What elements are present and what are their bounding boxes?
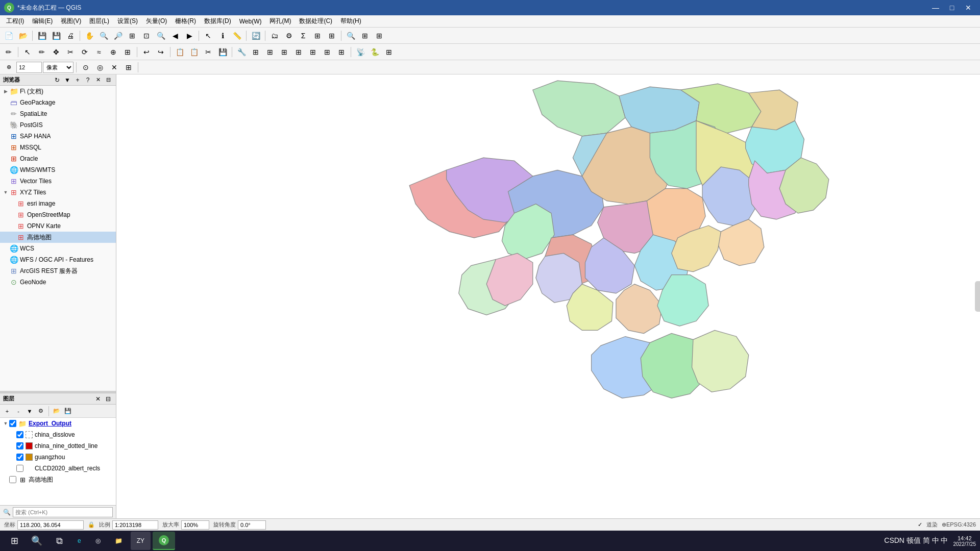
- python-button[interactable]: 🐍: [368, 45, 381, 59]
- map-area[interactable]: [116, 74, 980, 518]
- browser-item-vector-tiles[interactable]: ⊞Vector Tiles: [0, 176, 116, 187]
- layer-item-export-output[interactable]: ▼📁Export_Output: [0, 418, 116, 429]
- start-button[interactable]: ⊞: [4, 532, 24, 550]
- browser-detach-button[interactable]: ⊟: [104, 76, 113, 85]
- menu-item-v[interactable]: 视图(V): [57, 16, 85, 27]
- snap1-button[interactable]: ⊕: [2, 61, 15, 74]
- new-project-button[interactable]: 📄: [2, 29, 15, 42]
- menu-item-l[interactable]: 图层(L): [85, 16, 113, 27]
- canvas-button[interactable]: ⊞: [358, 29, 372, 42]
- plugin6-button[interactable]: ⊞: [306, 45, 320, 59]
- menu-item-m[interactable]: 网孔(M): [265, 16, 295, 27]
- menu-item-o[interactable]: 矢量(O): [142, 16, 171, 27]
- browser-item-oracle[interactable]: ⊞Oracle: [0, 153, 116, 164]
- filter-layer-button[interactable]: ▼: [24, 406, 35, 416]
- browser-item-wms[interactable]: 🌐WMS/WMTS: [0, 164, 116, 176]
- locator-button[interactable]: 🔍: [344, 29, 357, 42]
- snap-tool-button[interactable]: ⊙: [79, 61, 92, 74]
- plugin1-button[interactable]: 🔧: [235, 45, 248, 59]
- plugin5-button[interactable]: ⊞: [292, 45, 305, 59]
- menu-item-e[interactable]: 编辑(E): [28, 16, 57, 27]
- ie-edge-app[interactable]: e: [71, 532, 87, 550]
- layers-detach-button[interactable]: ⊟: [104, 394, 113, 404]
- layer-checkbox[interactable]: [16, 454, 23, 461]
- qgis-app[interactable]: Q: [153, 532, 175, 550]
- layer-item-clcd2020[interactable]: CLCD2020_albert_recls: [0, 463, 116, 474]
- layer-item-china-nine[interactable]: china_nine_dotted_line: [0, 440, 116, 452]
- open-project-button[interactable]: 📂: [16, 29, 30, 42]
- rotate-button[interactable]: ⟳: [78, 45, 91, 59]
- add-layer-button[interactable]: +: [2, 406, 12, 416]
- close-button[interactable]: ✕: [961, 1, 976, 15]
- print-button[interactable]: 🖨: [64, 29, 77, 42]
- zoom-out-button[interactable]: 🔎: [111, 29, 125, 42]
- browser-close-button[interactable]: ✕: [93, 76, 103, 85]
- attribute-button[interactable]: ⊞: [311, 29, 324, 42]
- browser-item-opnv[interactable]: ⊞OPNV Karte: [0, 220, 116, 232]
- digitize-button[interactable]: ✏: [35, 45, 48, 59]
- browser-item-postgis[interactable]: 🐘PostGIS: [0, 119, 116, 131]
- layer-item-gaode-layer[interactable]: ⊞高德地图: [0, 474, 116, 485]
- cut-button[interactable]: ✂: [202, 45, 215, 59]
- browser-item-f-drive[interactable]: ▶📁F\ (文档): [0, 86, 116, 97]
- browser-item-wfs[interactable]: 🌐WFS / OGC API - Features: [0, 254, 116, 265]
- zoom-last-button[interactable]: ◀: [168, 29, 182, 42]
- browser-tools[interactable]: ↻ ▼ + ? ✕ ⊟: [53, 76, 113, 85]
- snap-select[interactable]: 像素: [43, 62, 74, 73]
- save-layerfile-button[interactable]: 💾: [63, 406, 73, 416]
- minimize-button[interactable]: —: [928, 1, 943, 15]
- snap-cancel-button[interactable]: ✕: [108, 61, 121, 74]
- browser-item-mssql[interactable]: ⊞MSSQL: [0, 142, 116, 153]
- layer-checkbox[interactable]: [16, 442, 23, 449]
- gps-button[interactable]: 📡: [354, 45, 367, 59]
- task-view-button[interactable]: ⧉: [49, 532, 69, 550]
- measure-button[interactable]: 📏: [230, 29, 243, 42]
- magnifier-input[interactable]: [181, 520, 209, 530]
- redo-button[interactable]: ↪: [154, 45, 167, 59]
- layer-options-button[interactable]: ⚙: [36, 406, 46, 416]
- search-button[interactable]: 🔍: [27, 532, 47, 550]
- zoom-layer-button[interactable]: 🔍: [154, 29, 167, 42]
- zoom-in-button[interactable]: 🔍: [97, 29, 110, 42]
- save-button[interactable]: 💾: [35, 29, 48, 42]
- zoom-next-button[interactable]: ▶: [183, 29, 196, 42]
- simplify-button[interactable]: ≈: [92, 45, 106, 59]
- stats-button[interactable]: Σ: [297, 29, 310, 42]
- layer-button[interactable]: 🗂: [268, 29, 281, 42]
- menu-item-h[interactable]: 帮助(H): [336, 16, 365, 27]
- scale-input[interactable]: [112, 520, 158, 530]
- new-view-button[interactable]: ⊞: [373, 29, 386, 42]
- refresh-button[interactable]: 🔄: [249, 29, 262, 42]
- zoom-extent-button[interactable]: ⊞: [126, 29, 139, 42]
- plugin8-button[interactable]: ⊞: [335, 45, 348, 59]
- menu-item-c[interactable]: 数据处理(C): [295, 16, 336, 27]
- save-as-button[interactable]: 💾: [50, 29, 63, 42]
- browser-item-geopackage[interactable]: 🗃GeoPackage: [0, 97, 116, 108]
- fill-ring-button[interactable]: ⊞: [121, 45, 134, 59]
- menu-item-r[interactable]: 栅格(R): [171, 16, 200, 27]
- paste-button[interactable]: 📋: [173, 45, 186, 59]
- layers-tools[interactable]: ✕ ⊟: [93, 394, 113, 404]
- explorer-app[interactable]: 📁: [109, 532, 129, 550]
- clock[interactable]: 14:42 2022/7/25: [953, 535, 976, 547]
- layer-item-guangzhou[interactable]: guangzhou: [0, 452, 116, 463]
- browser-item-geonode[interactable]: ⊙GeoNode: [0, 277, 116, 288]
- undo-button[interactable]: ↩: [140, 45, 153, 59]
- console-button[interactable]: ⊞: [382, 45, 396, 59]
- menu-item-d[interactable]: 数据库(D): [200, 16, 235, 27]
- browser-item-spatialite[interactable]: ✏SpatiaLite: [0, 108, 116, 119]
- snap-more-button[interactable]: ⊞: [122, 61, 135, 74]
- coord-input[interactable]: [17, 520, 84, 530]
- maximize-button[interactable]: □: [944, 1, 960, 15]
- info-button[interactable]: ℹ: [216, 29, 229, 42]
- plugin7-button[interactable]: ⊞: [321, 45, 334, 59]
- layer-checkbox[interactable]: [9, 476, 16, 483]
- browser-help-button[interactable]: ?: [83, 76, 92, 85]
- save-edits-button[interactable]: 💾: [216, 45, 229, 59]
- more-button[interactable]: ⊞: [325, 29, 338, 42]
- menu-item-webw[interactable]: Web(W): [235, 17, 266, 26]
- browser-item-osm[interactable]: ⊞OpenStreetMap: [0, 209, 116, 220]
- browser-item-saphana[interactable]: ⊞SAP HANA: [0, 131, 116, 142]
- zy-app[interactable]: ZY: [131, 532, 151, 550]
- snap-config-button[interactable]: ◎: [93, 61, 107, 74]
